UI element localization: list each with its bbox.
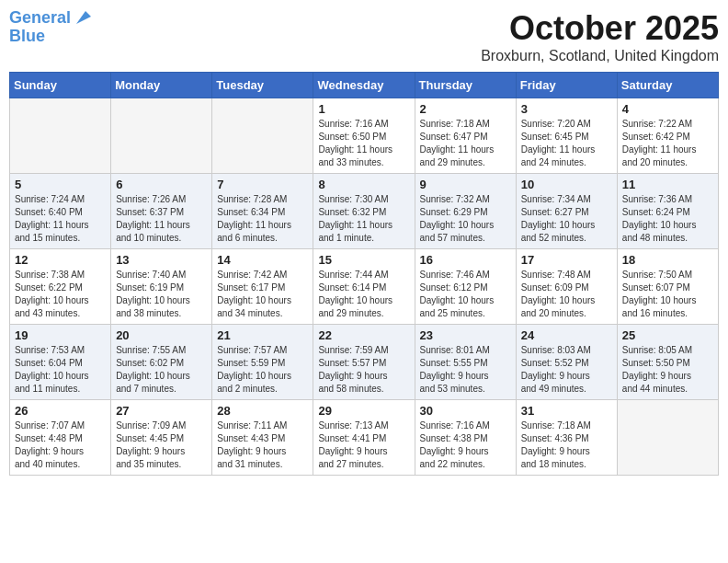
header-wednesday: Wednesday [313,73,415,98]
calendar-cell: 22Sunrise: 7:59 AM Sunset: 5:57 PM Dayli… [313,325,415,400]
calendar-cell: 13Sunrise: 7:40 AM Sunset: 6:19 PM Dayli… [111,249,212,325]
calendar-cell: 14Sunrise: 7:42 AM Sunset: 6:17 PM Dayli… [212,249,313,325]
header-thursday: Thursday [415,73,516,98]
day-number: 29 [318,404,409,418]
day-info: Sunrise: 7:55 AM Sunset: 6:02 PM Dayligh… [116,344,207,396]
day-info: Sunrise: 7:46 AM Sunset: 6:12 PM Dayligh… [420,269,511,320]
day-number: 12 [15,253,106,267]
title-area: October 2025 Broxburn, Scotland, United … [481,9,719,64]
day-number: 17 [521,253,612,267]
day-info: Sunrise: 7:13 AM Sunset: 4:41 PM Dayligh… [318,419,409,471]
day-info: Sunrise: 7:22 AM Sunset: 6:42 PM Dayligh… [622,118,713,169]
day-number: 14 [217,253,308,267]
day-info: Sunrise: 7:18 AM Sunset: 4:36 PM Dayligh… [521,419,612,471]
day-info: Sunrise: 7:30 AM Sunset: 6:32 PM Dayligh… [318,193,409,245]
svg-marker-0 [76,11,91,24]
day-info: Sunrise: 7:07 AM Sunset: 4:48 PM Dayligh… [15,419,106,471]
header-saturday: Saturday [617,73,718,98]
calendar-week-row-2: 5Sunrise: 7:24 AM Sunset: 6:40 PM Daylig… [10,174,719,249]
logo-general: General [9,8,71,27]
day-number: 20 [116,328,207,342]
day-number: 3 [521,102,612,116]
logo: General Blue [9,9,93,46]
day-info: Sunrise: 7:36 AM Sunset: 6:24 PM Dayligh… [622,193,713,245]
calendar-cell: 1Sunrise: 7:16 AM Sunset: 6:50 PM Daylig… [313,98,415,174]
day-number: 1 [318,102,409,116]
calendar-cell: 17Sunrise: 7:48 AM Sunset: 6:09 PM Dayli… [516,249,617,325]
day-info: Sunrise: 8:05 AM Sunset: 5:50 PM Dayligh… [622,344,713,396]
day-info: Sunrise: 7:44 AM Sunset: 6:14 PM Dayligh… [318,269,409,320]
calendar-cell: 12Sunrise: 7:38 AM Sunset: 6:22 PM Dayli… [10,249,111,325]
day-number: 11 [622,178,713,191]
header-monday: Monday [111,73,212,98]
calendar-cell: 3Sunrise: 7:20 AM Sunset: 6:45 PM Daylig… [516,98,617,174]
location: Broxburn, Scotland, United Kingdom [481,48,719,64]
day-info: Sunrise: 7:32 AM Sunset: 6:29 PM Dayligh… [420,193,511,245]
day-info: Sunrise: 7:50 AM Sunset: 6:07 PM Dayligh… [622,269,713,320]
calendar-week-row-3: 12Sunrise: 7:38 AM Sunset: 6:22 PM Dayli… [10,249,719,325]
calendar-cell: 5Sunrise: 7:24 AM Sunset: 6:40 PM Daylig… [10,174,111,249]
page: General Blue October 2025 Broxburn, Scot… [0,0,728,563]
day-number: 24 [521,328,612,342]
day-info: Sunrise: 7:09 AM Sunset: 4:45 PM Dayligh… [116,419,207,471]
calendar-cell: 23Sunrise: 8:01 AM Sunset: 5:55 PM Dayli… [415,325,516,400]
day-number: 27 [116,404,207,418]
calendar-cell: 8Sunrise: 7:30 AM Sunset: 6:32 PM Daylig… [313,174,415,249]
calendar-week-row-1: 1Sunrise: 7:16 AM Sunset: 6:50 PM Daylig… [10,98,719,174]
calendar-cell [111,98,212,174]
day-number: 6 [116,178,207,191]
month-title: October 2025 [481,9,719,48]
day-number: 4 [622,102,713,116]
header-tuesday: Tuesday [212,73,313,98]
calendar-cell: 18Sunrise: 7:50 AM Sunset: 6:07 PM Dayli… [617,249,718,325]
calendar-cell: 6Sunrise: 7:26 AM Sunset: 6:37 PM Daylig… [111,174,212,249]
calendar-cell: 25Sunrise: 8:05 AM Sunset: 5:50 PM Dayli… [617,325,718,400]
day-number: 30 [420,404,511,418]
calendar-cell [10,98,111,174]
calendar-week-row-4: 19Sunrise: 7:53 AM Sunset: 6:04 PM Dayli… [10,325,719,400]
calendar-week-row-5: 26Sunrise: 7:07 AM Sunset: 4:48 PM Dayli… [10,400,719,476]
day-info: Sunrise: 7:20 AM Sunset: 6:45 PM Dayligh… [521,118,612,169]
day-number: 2 [420,102,511,116]
day-number: 9 [420,178,511,191]
logo-text: General [9,9,71,28]
calendar-cell: 30Sunrise: 7:16 AM Sunset: 4:38 PM Dayli… [415,400,516,476]
day-number: 25 [622,328,713,342]
calendar-cell: 16Sunrise: 7:46 AM Sunset: 6:12 PM Dayli… [415,249,516,325]
day-number: 8 [318,178,409,191]
day-info: Sunrise: 7:53 AM Sunset: 6:04 PM Dayligh… [15,344,106,396]
calendar-cell: 19Sunrise: 7:53 AM Sunset: 6:04 PM Dayli… [10,325,111,400]
day-number: 21 [217,328,308,342]
logo-bird-icon [73,7,93,28]
day-number: 26 [15,404,106,418]
day-info: Sunrise: 7:48 AM Sunset: 6:09 PM Dayligh… [521,269,612,320]
day-number: 13 [116,253,207,267]
day-info: Sunrise: 7:38 AM Sunset: 6:22 PM Dayligh… [15,269,106,320]
day-number: 28 [217,404,308,418]
day-number: 22 [318,328,409,342]
header: General Blue October 2025 Broxburn, Scot… [9,9,719,64]
day-info: Sunrise: 7:59 AM Sunset: 5:57 PM Dayligh… [318,344,409,396]
calendar-cell: 27Sunrise: 7:09 AM Sunset: 4:45 PM Dayli… [111,400,212,476]
day-number: 19 [15,328,106,342]
calendar-cell: 4Sunrise: 7:22 AM Sunset: 6:42 PM Daylig… [617,98,718,174]
day-number: 18 [622,253,713,267]
calendar-header-row: Sunday Monday Tuesday Wednesday Thursday… [10,73,719,98]
calendar-cell: 7Sunrise: 7:28 AM Sunset: 6:34 PM Daylig… [212,174,313,249]
day-info: Sunrise: 7:42 AM Sunset: 6:17 PM Dayligh… [217,269,308,320]
calendar-cell: 15Sunrise: 7:44 AM Sunset: 6:14 PM Dayli… [313,249,415,325]
calendar-cell: 28Sunrise: 7:11 AM Sunset: 4:43 PM Dayli… [212,400,313,476]
day-info: Sunrise: 7:16 AM Sunset: 4:38 PM Dayligh… [420,419,511,471]
header-friday: Friday [516,73,617,98]
calendar-cell: 24Sunrise: 8:03 AM Sunset: 5:52 PM Dayli… [516,325,617,400]
calendar-cell: 26Sunrise: 7:07 AM Sunset: 4:48 PM Dayli… [10,400,111,476]
day-number: 10 [521,178,612,191]
calendar-cell: 21Sunrise: 7:57 AM Sunset: 5:59 PM Dayli… [212,325,313,400]
calendar-cell: 11Sunrise: 7:36 AM Sunset: 6:24 PM Dayli… [617,174,718,249]
day-number: 31 [521,404,612,418]
day-number: 7 [217,178,308,191]
day-info: Sunrise: 8:03 AM Sunset: 5:52 PM Dayligh… [521,344,612,396]
day-info: Sunrise: 7:16 AM Sunset: 6:50 PM Dayligh… [318,118,409,169]
calendar-cell: 9Sunrise: 7:32 AM Sunset: 6:29 PM Daylig… [415,174,516,249]
calendar-cell [212,98,313,174]
